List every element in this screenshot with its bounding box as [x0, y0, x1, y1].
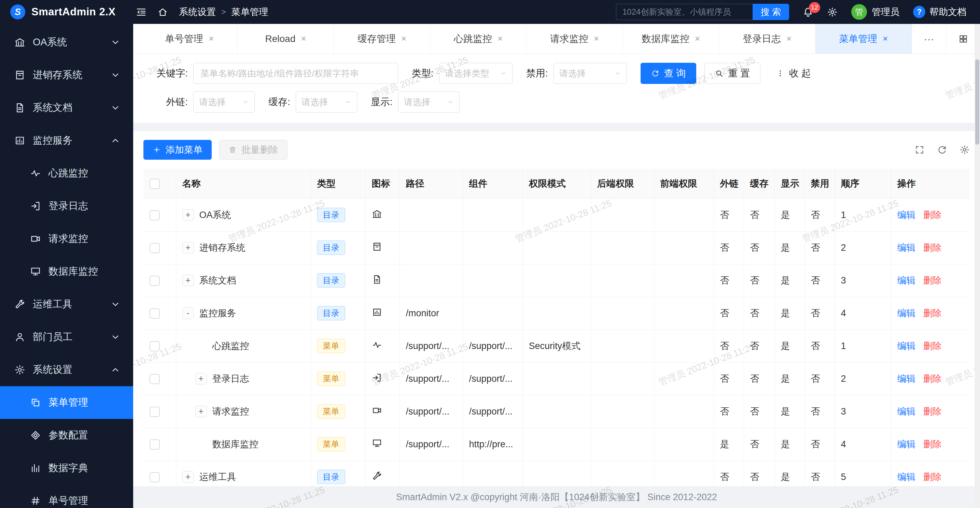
batch-delete-button[interactable]: 批量删除 — [219, 140, 288, 160]
sidebar-item[interactable]: 菜单管理 — [0, 386, 133, 419]
delete-link[interactable]: 删除 — [923, 472, 942, 482]
tab-item[interactable]: 请求监控× — [527, 24, 623, 54]
delete-link[interactable]: 删除 — [923, 308, 942, 318]
edit-link[interactable]: 编辑 — [897, 406, 916, 417]
tab-close-icon[interactable]: × — [498, 33, 503, 44]
keyword-input[interactable] — [193, 63, 398, 84]
global-search: 搜 索 — [616, 4, 789, 20]
expand-row-button[interactable]: + — [182, 209, 194, 221]
sidebar-item[interactable]: 参数配置 — [0, 419, 133, 452]
display-select[interactable]: 请选择 — [398, 91, 460, 113]
edit-link[interactable]: 编辑 — [897, 308, 916, 318]
delete-link[interactable]: 删除 — [923, 210, 942, 220]
add-menu-button[interactable]: 添加菜单 — [143, 140, 212, 160]
row-checkbox[interactable] — [150, 308, 160, 319]
row-checkbox[interactable] — [150, 472, 160, 483]
edit-link[interactable]: 编辑 — [897, 341, 916, 351]
sidebar-item-label: 数据库监控 — [48, 265, 98, 278]
tab-close-icon[interactable]: × — [594, 33, 599, 44]
expand-row-button[interactable]: + — [195, 406, 207, 417]
scrollbar[interactable] — [975, 24, 980, 508]
icon-cell — [365, 231, 399, 264]
row-checkbox[interactable] — [150, 341, 160, 351]
help-link[interactable]: ? 帮助文档 — [913, 6, 966, 18]
collapse-filters-button[interactable]: 收 起 — [766, 63, 821, 84]
query-button[interactable]: 查 询 — [641, 63, 697, 84]
tab-item[interactable]: 菜单管理× — [815, 24, 912, 54]
tab-close-icon[interactable]: × — [301, 33, 306, 44]
sidebar-item[interactable]: 数据库监控 — [0, 255, 133, 288]
reset-button[interactable]: 重 置 — [705, 63, 760, 84]
sidebar-item[interactable]: 心跳监控 — [0, 157, 133, 190]
row-checkbox[interactable] — [150, 210, 160, 221]
type-select[interactable]: 请选择类型 — [439, 63, 512, 84]
sidebar-item[interactable]: 系统文档 — [0, 91, 133, 124]
delete-link[interactable]: 删除 — [923, 275, 942, 286]
refresh-table-icon[interactable] — [937, 144, 947, 155]
collapse-row-button[interactable]: - — [182, 307, 194, 319]
edit-link[interactable]: 编辑 — [897, 210, 916, 220]
edit-link[interactable]: 编辑 — [897, 472, 916, 482]
row-checkbox[interactable] — [150, 276, 160, 286]
sidebar-item[interactable]: OA系统 — [0, 26, 133, 59]
sidebar-item[interactable]: 部门员工 — [0, 321, 133, 354]
sidebar-item[interactable]: 登录日志 — [0, 190, 133, 222]
user-menu[interactable]: 管 管理员 — [851, 4, 899, 20]
table-settings-icon[interactable] — [959, 144, 970, 155]
topbar-settings-icon[interactable] — [827, 7, 838, 17]
home-icon[interactable] — [158, 7, 168, 17]
tab-close-icon[interactable]: × — [883, 33, 888, 44]
tab-close-icon[interactable]: × — [208, 33, 214, 44]
tab-close-icon[interactable]: × — [786, 33, 792, 44]
row-checkbox[interactable] — [150, 374, 160, 384]
delete-link[interactable]: 删除 — [923, 406, 942, 417]
tab-item[interactable]: 心跳监控× — [430, 24, 527, 54]
row-checkbox[interactable] — [150, 407, 160, 417]
logo[interactable]: S SmartAdmin 2.X — [0, 5, 133, 19]
edit-link[interactable]: 编辑 — [897, 373, 916, 384]
fullscreen-icon[interactable] — [915, 144, 925, 155]
tab-close-icon[interactable]: × — [401, 33, 406, 44]
external-select[interactable]: 请选择 — [193, 91, 255, 113]
expand-row-button[interactable]: + — [195, 373, 207, 384]
edit-link[interactable]: 编辑 — [897, 243, 916, 253]
sidebar-item[interactable]: 运维工具 — [0, 288, 133, 321]
delete-link[interactable]: 删除 — [923, 243, 942, 253]
cache-select[interactable]: 请选择 — [296, 91, 357, 113]
tab-item[interactable]: 登录日志× — [719, 24, 815, 54]
actions-cell: 编辑删除 — [891, 330, 970, 362]
global-search-button[interactable]: 搜 索 — [752, 4, 789, 20]
scrollbar-thumb[interactable] — [975, 59, 979, 144]
tab-item[interactable]: 缓存管理× — [334, 24, 430, 54]
sidebar-item[interactable]: 请求监控 — [0, 222, 133, 255]
tab-item[interactable]: Reload× — [238, 24, 334, 54]
sidebar-item[interactable]: 数据字典 — [0, 452, 133, 484]
component-cell — [463, 264, 522, 297]
row-checkbox[interactable] — [150, 179, 160, 189]
expand-row-button[interactable]: + — [182, 242, 194, 254]
expand-row-button[interactable]: + — [182, 471, 194, 483]
sidebar-item[interactable]: 监控服务 — [0, 124, 133, 157]
collapse-sidebar-icon[interactable] — [136, 7, 146, 17]
tabs-more-button[interactable]: ··· — [912, 24, 946, 54]
global-search-input[interactable] — [616, 4, 752, 20]
breadcrumb-section[interactable]: 系统设置 — [179, 6, 216, 18]
sidebar-item[interactable]: 系统设置 — [0, 354, 133, 386]
row-checkbox[interactable] — [150, 440, 160, 450]
disabled-select[interactable]: 请选择 — [554, 63, 627, 84]
delete-link[interactable]: 删除 — [923, 439, 942, 449]
expand-row-button[interactable]: + — [182, 275, 194, 286]
edit-link[interactable]: 编辑 — [897, 439, 916, 449]
edit-link[interactable]: 编辑 — [897, 275, 916, 286]
sidebar-item[interactable]: 单号管理 — [0, 484, 133, 508]
name-cell: +登录日志 — [176, 362, 311, 395]
tab-item[interactable]: 单号管理× — [142, 24, 238, 54]
delete-link[interactable]: 删除 — [923, 341, 942, 351]
delete-link[interactable]: 删除 — [923, 373, 942, 384]
sidebar-item[interactable]: 进销存系统 — [0, 59, 133, 91]
row-checkbox[interactable] — [150, 243, 160, 253]
tab-close-icon[interactable]: × — [695, 33, 700, 44]
breadcrumb-page[interactable]: 菜单管理 — [231, 6, 268, 18]
tab-item[interactable]: 数据库监控× — [623, 24, 719, 54]
notifications-button[interactable]: 12 — [803, 7, 813, 17]
